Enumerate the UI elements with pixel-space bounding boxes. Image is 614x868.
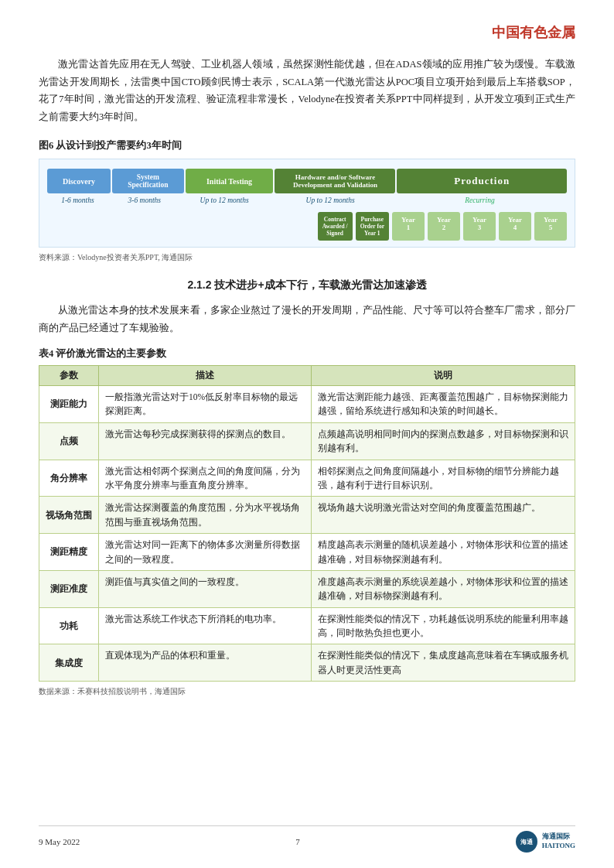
cell-desc: 激光雷达对同一距离下的物体多次测量所得数据之间的一致程度。 — [99, 534, 312, 571]
timeline-diagram: Discovery SystemSpecification Initial Te… — [39, 159, 575, 248]
brand-header: 中国有色金属 — [39, 23, 575, 42]
month-discovery: 1-6 months — [47, 196, 108, 204]
logo-text: 海通国际 HAITONG — [542, 832, 575, 850]
table-row: 点频 激光雷达每秒完成探测获得的探测点的数目。 点频越高说明相同时间内的探测点数… — [39, 422, 575, 460]
source-note-1: 资料来源：Velodyne投资者关系PPT, 海通国际 — [39, 252, 575, 263]
cell-param: 点频 — [39, 422, 99, 460]
parameters-table: 参数 描述 说明 测距能力 一般指激光雷达对于10%低反射率目标物的最远探测距离… — [39, 365, 575, 682]
cell-param: 视场角范围 — [39, 497, 99, 534]
col-header-note: 说明 — [311, 366, 575, 386]
section-2-heading: 2.1.2 技术进步+成本下行，车载激光雷达加速渗透 — [39, 279, 575, 292]
cell-note: 激光雷达测距能力越强、距离覆盖范围越广，目标物探测能力越强，留给系统进行感知和决… — [311, 386, 575, 423]
cell-note: 在探测性能类似的情况下，集成度越高意味着在车辆或服务机器人时更灵活性更高 — [311, 644, 575, 682]
stage-initial: Initial Testing — [186, 169, 274, 193]
cell-param: 测距准度 — [39, 570, 99, 607]
table-row: 测距能力 一般指激光雷达对于10%低反射率目标物的最远探测距离。 激光雷达测距能… — [39, 386, 575, 423]
col-header-param: 参数 — [39, 366, 99, 386]
timeline-year-bars: ContractAwarded /Signed PurchaseOrder fo… — [47, 209, 567, 241]
footer-logo: 海通 海通国际 HAITONG — [516, 831, 575, 853]
cell-desc: 激光雷达探测覆盖的角度范围，分为水平视场角范围与垂直视场角范围。 — [99, 497, 312, 534]
cell-note: 精度越高表示测量的随机误差越小，对物体形状和位置的描述越准确，对目标物探测越有利… — [311, 534, 575, 571]
table-row: 测距准度 测距值与真实值之间的一致程度。 准度越高表示测量的系统误差越小，对物体… — [39, 570, 575, 607]
year-bar-contract: ContractAwarded /Signed — [318, 212, 353, 241]
timeline-months: 1-6 months 3-6 months Up to 12 months Up… — [47, 196, 567, 204]
table-header-row: 参数 描述 说明 — [39, 366, 575, 386]
year-bar-1: Year1 — [392, 212, 425, 241]
year-bar-4: Year4 — [499, 212, 531, 241]
section-2-paragraph: 从激光雷达本身的技术发展来看，多家企业熬过了漫长的开发周期，产品性能、尺寸等可以… — [39, 302, 575, 337]
table-row: 功耗 激光雷达系统工作状态下所消耗的电功率。 在探测性能类似的情况下，功耗越低说… — [39, 607, 575, 644]
month-initial: Up to 12 months — [181, 196, 268, 204]
month-hardware: Up to 12 months — [269, 196, 391, 204]
cell-param: 测距能力 — [39, 386, 99, 423]
stage-system: SystemSpecification — [112, 169, 184, 193]
table-row: 测距精度 激光雷达对同一距离下的物体多次测量所得数据之间的一致程度。 精度越高表… — [39, 534, 575, 571]
stage-discovery: Discovery — [47, 169, 111, 193]
cell-param: 集成度 — [39, 644, 99, 682]
year-bar-purchase: PurchaseOrder forYear 1 — [356, 212, 389, 241]
month-system: 3-6 months — [110, 196, 179, 204]
table-row: 集成度 直观体现为产品的体积和重量。 在探测性能类似的情况下，集成度越高意味着在… — [39, 644, 575, 682]
table-row: 视场角范围 激光雷达探测覆盖的角度范围，分为水平视场角范围与垂直视场角范围。 视… — [39, 497, 575, 534]
table-label: 表4 评价激光雷达的主要参数 — [39, 347, 575, 361]
cell-desc: 激光雷达相邻两个探测点之间的角度间隔，分为水平角度分辨率与垂直角度分辨率。 — [99, 460, 312, 497]
footer-date: 9 May 2022 — [39, 837, 80, 846]
timeline-stages: Discovery SystemSpecification Initial Te… — [47, 169, 567, 193]
cell-desc: 激光雷达每秒完成探测获得的探测点的数目。 — [99, 422, 312, 460]
figure-label: 图6 从设计到投产需要约3年时间 — [39, 139, 575, 152]
table-row: 角分辨率 激光雷达相邻两个探测点之间的角度间隔，分为水平角度分辨率与垂直角度分辨… — [39, 460, 575, 497]
source-note-2: 数据来源：禾赛科技招股说明书，海通国际 — [39, 686, 575, 697]
cell-note: 点频越高说明相同时间内的探测点数越多，对目标物探测和识别越有利。 — [311, 422, 575, 460]
page: 中国有色金属 激光雷达首先应用在无人驾驶、工业机器人领域，虽然探测性能优越，但在… — [0, 0, 614, 868]
stage-production: Production — [397, 169, 567, 193]
cell-param: 功耗 — [39, 607, 99, 644]
cell-note: 准度越高表示测量的系统误差越小，对物体形状和位置的描述越准确，对目标物探测越有利… — [311, 570, 575, 607]
month-production: Recurring — [393, 196, 567, 204]
year-bar-5: Year5 — [534, 212, 567, 241]
intro-paragraph: 激光雷达首先应用在无人驾驶、工业机器人领域，虽然探测性能优越，但在ADAS领域的… — [39, 56, 575, 125]
year-bar-2: Year2 — [428, 212, 460, 241]
year-bar-3: Year3 — [463, 212, 496, 241]
cell-note: 相邻探测点之间角度间隔越小，对目标物的细节分辨能力越强，越有利于进行目标识别。 — [311, 460, 575, 497]
logo-icon: 海通 — [516, 831, 537, 853]
brand-title: 中国有色金属 — [492, 25, 575, 40]
cell-desc: 直观体现为产品的体积和重量。 — [99, 644, 312, 682]
col-header-desc: 描述 — [99, 366, 312, 386]
cell-note: 视场角越大说明激光雷达对空间的角度覆盖范围越广。 — [311, 497, 575, 534]
cell-desc: 一般指激光雷达对于10%低反射率目标物的最远探测距离。 — [99, 386, 312, 423]
cell-desc: 激光雷达系统工作状态下所消耗的电功率。 — [99, 607, 312, 644]
cell-param: 角分辨率 — [39, 460, 99, 497]
cell-param: 测距精度 — [39, 534, 99, 571]
cell-desc: 测距值与真实值之间的一致程度。 — [99, 570, 312, 607]
cell-note: 在探测性能类似的情况下，功耗越低说明系统的能量利用率越高，同时散热负担也更小。 — [311, 607, 575, 644]
footer-page: 7 — [295, 837, 300, 846]
page-footer: 9 May 2022 7 海通 海通国际 HAITONG — [39, 825, 575, 853]
stage-hardware: Hardware and/or SoftwareDevelopment and … — [275, 169, 395, 193]
